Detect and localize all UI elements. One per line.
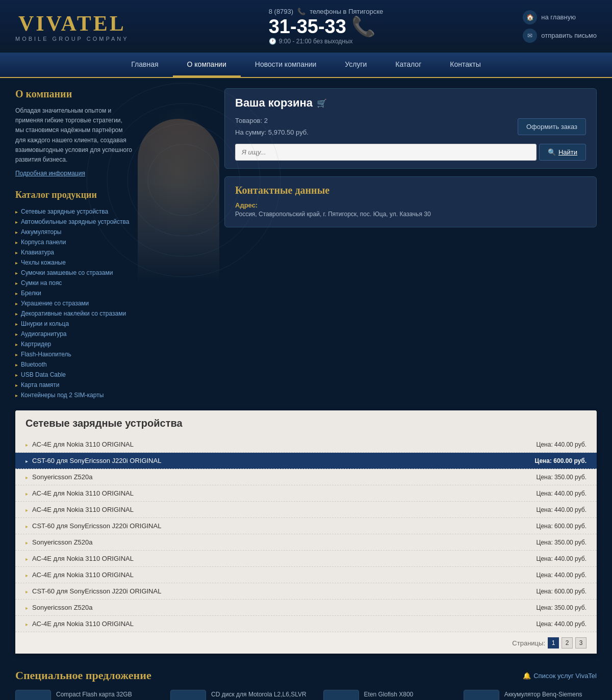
- special-header: Специальное предложение 🔔 Список услуг V…: [15, 669, 597, 682]
- hero-area: [133, 88, 224, 400]
- catalog-item-14[interactable]: Flash-Накопитель: [21, 351, 71, 358]
- logo: VIVATEL MOBILE GROUP COMPANY: [15, 11, 129, 42]
- catalog-title: Каталог продукции: [15, 190, 133, 200]
- search-row: 🔍 Найти: [235, 144, 586, 161]
- special-item-2: Eten Eten Glofish X800 коммуникатор подр…: [323, 690, 453, 700]
- email-icon: ✉: [523, 29, 537, 43]
- product-row-3[interactable]: ▸АС-4Е для Nokia 3110 ORIGINAL Цена: 440…: [15, 485, 597, 502]
- special-item-3: Benq Аккумулятор Benq-Siemens AP75 подро…: [464, 690, 597, 700]
- special-item-0: 32GB Compact Flash карта 32GB Transcend …: [15, 690, 160, 700]
- about-more-link[interactable]: Подробная информация: [15, 170, 133, 177]
- product-list: ▸АС-4Е для Nokia 3110 ORIGINAL Цена: 440…: [15, 436, 597, 632]
- catalog-item-2[interactable]: Аккумуляторы: [21, 228, 61, 236]
- catalog-item-3[interactable]: Корпуса панели: [21, 239, 66, 246]
- pagination-label: Страницы:: [512, 639, 545, 647]
- catalog-item-5[interactable]: Чехлы кожаные: [21, 259, 66, 266]
- catalog-item-18[interactable]: Контейнеры под 2 SIM-карты: [21, 392, 104, 399]
- home-icon: 🏠: [523, 10, 537, 24]
- special-img-3: Benq: [464, 690, 499, 700]
- product-row-1[interactable]: ▸CST-60 для SonyEricsson J220i ORIGINAL …: [15, 453, 597, 469]
- catalog-item-6[interactable]: Сумочки замшевые со стразами: [21, 269, 113, 276]
- email-link[interactable]: ✉ отправить письмо: [523, 29, 597, 43]
- cart-icon: 🛒: [317, 98, 327, 108]
- page-btn-3[interactable]: 3: [575, 637, 586, 649]
- search-button[interactable]: 🔍 Найти: [539, 144, 586, 161]
- special-services-link[interactable]: 🔔 Список услуг VivaTel: [523, 672, 597, 680]
- catalog-item-bluetooth[interactable]: Bluetooth: [21, 361, 47, 368]
- catalog-item-7[interactable]: Сумки на пояс: [21, 279, 62, 287]
- catalog-item-10[interactable]: Декоративные наклейки со стразами: [21, 310, 126, 317]
- pagination: Страницы: 1 2 3: [15, 632, 597, 654]
- catalog-item-1[interactable]: Автомобильные зарядные устройства: [21, 218, 129, 225]
- page-btn-2[interactable]: 2: [562, 637, 573, 649]
- special-item-1: CD CD диск для Motorola L2,L6,SLVR L7 по…: [170, 690, 313, 700]
- phone-label: 8 (8793): [269, 8, 293, 15]
- nav-catalog[interactable]: Каталог: [381, 53, 436, 77]
- contact-address: Россия, Ставропольский край, г. Пятигорс…: [235, 210, 586, 219]
- nav-news[interactable]: Новости компании: [241, 53, 331, 77]
- product-section: Сетевые зарядные устройства ▸АС-4Е для N…: [0, 410, 612, 659]
- special-items: 32GB Compact Flash карта 32GB Transcend …: [15, 690, 597, 700]
- catalog-item-4[interactable]: Клавиатура: [21, 249, 54, 256]
- product-row-10[interactable]: ▸Sonyericsson Z520a Цена: 350.00 руб.: [15, 600, 597, 616]
- special-img-1: CD: [170, 690, 206, 700]
- catalog-item-12[interactable]: Аудиогарнитура: [21, 330, 66, 338]
- product-row-0[interactable]: ▸АС-4Е для Nokia 3110 ORIGINAL Цена: 440…: [15, 436, 597, 453]
- product-row-11[interactable]: ▸АС-4Е для Nokia 3110 ORIGINAL Цена: 440…: [15, 616, 597, 632]
- phone-area: 8 (8793) 📞 телефоны в Пятигорске 31-35-3…: [269, 8, 384, 45]
- special-info-0: Compact Flash карта 32GB Transcend подро…: [56, 690, 160, 700]
- logo-subtitle: MOBILE GROUP COMPANY: [15, 36, 129, 42]
- nav-about[interactable]: О компании: [173, 53, 241, 77]
- main-nav: Главная О компании Новости компании Услу…: [0, 53, 612, 78]
- clock-icon: 🕐: [269, 38, 276, 45]
- logo-title: VIVATEL: [18, 11, 126, 36]
- catalog-item-11[interactable]: Шнурки и кольца: [21, 320, 69, 327]
- special-info-1: CD диск для Motorola L2,L6,SLVR L7 подро…: [211, 690, 313, 700]
- catalog-item-8[interactable]: Брелки: [21, 290, 41, 297]
- nav-contacts[interactable]: Контакты: [436, 53, 495, 77]
- sidebar: О компании Обладая значительным опытом и…: [15, 88, 133, 400]
- special-img-2: Eten: [323, 690, 359, 700]
- product-row-6[interactable]: ▸Sonyericsson Z520a Цена: 350.00 руб.: [15, 534, 597, 551]
- home-link[interactable]: 🏠 на главную: [523, 10, 597, 24]
- catalog-item-13[interactable]: Картридер: [21, 341, 51, 348]
- checkout-button[interactable]: Оформить заказ: [518, 118, 586, 135]
- catalog-item-9[interactable]: Украшение со стразами: [21, 300, 89, 307]
- product-row-5[interactable]: ▸CST-60 для SonyEricsson J220i ORIGINAL …: [15, 518, 597, 534]
- top-section: О компании Обладая значительным опытом и…: [0, 78, 612, 410]
- catalog-item-17[interactable]: Карта памяти: [21, 381, 60, 388]
- page-btn-1[interactable]: 1: [548, 637, 559, 649]
- handset-icon: 📞: [351, 15, 375, 38]
- product-panel-header: Сетевые зарядные устройства: [15, 410, 597, 436]
- special-info-3: Аккумулятор Benq-Siemens AP75 подробнее.…: [504, 690, 597, 700]
- model-silhouette: [138, 119, 219, 282]
- product-row-2[interactable]: ▸Sonyericsson Z520a Цена: 350.00 руб.: [15, 469, 597, 485]
- product-section-title: Сетевые зарядные устройства: [26, 418, 586, 429]
- special-section: Специальное предложение 🔔 Список услуг V…: [0, 659, 612, 700]
- product-row-8[interactable]: ▸АС-4Е для Nokia 3110 ORIGINAL Цена: 440…: [15, 567, 597, 583]
- nav-services[interactable]: Услуги: [330, 53, 381, 77]
- about-title: О компании: [15, 88, 133, 100]
- phone-hours: 🕐 9:00 - 21:00 без выходных: [269, 38, 384, 45]
- catalog-item-0[interactable]: Сетевые зарядные устройства: [21, 208, 108, 215]
- phone-city: телефоны в Пятигорске: [310, 8, 383, 15]
- product-row-7[interactable]: ▸АС-4Е для Nokia 3110 ORIGINAL Цена: 440…: [15, 551, 597, 567]
- contact-title: Контактные данные: [235, 185, 586, 196]
- header-links: 🏠 на главную ✉ отправить письмо: [523, 10, 597, 43]
- phone-handset-icon: 📞: [297, 8, 305, 15]
- about-text: Обладая значительным опытом и применяя г…: [15, 106, 133, 165]
- product-row-4[interactable]: ▸АС-4Е для Nokia 3110 ORIGINAL Цена: 440…: [15, 502, 597, 518]
- search-icon: 🔍: [548, 148, 556, 156]
- phone-number: 31-35-33 📞: [269, 15, 384, 38]
- special-title: Специальное предложение: [15, 669, 151, 682]
- special-info-2: Eten Glofish X800 коммуникатор подробнее…: [364, 690, 453, 700]
- header: VIVATEL MOBILE GROUP COMPANY 8 (8793) 📞 …: [0, 0, 612, 53]
- cart-info: Товаров: 2 На сумму: 5,970.50 руб. Оформ…: [235, 115, 586, 139]
- product-panel: Сетевые зарядные устройства ▸АС-4Е для N…: [15, 410, 597, 654]
- product-row-9[interactable]: ▸CST-60 для SonyEricsson J220i ORIGINAL …: [15, 583, 597, 600]
- services-link-icon: 🔔: [523, 672, 531, 680]
- phone-label-row: 8 (8793) 📞 телефоны в Пятигорске: [269, 8, 384, 15]
- cart-title: Ваша корзина 🛒: [235, 96, 586, 110]
- catalog-item-16[interactable]: USB Data Cable: [21, 371, 66, 378]
- nav-home[interactable]: Главная: [117, 53, 172, 77]
